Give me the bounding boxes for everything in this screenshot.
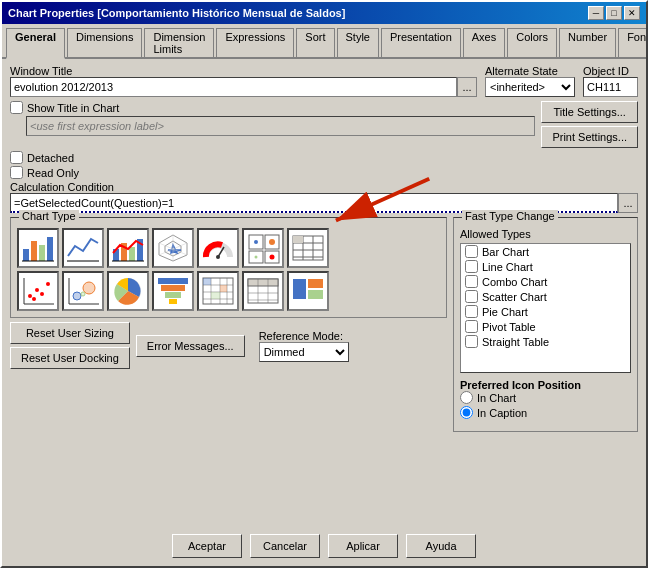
svg-point-38	[40, 292, 44, 296]
first-expression-input[interactable]	[26, 116, 535, 136]
reference-mode-label: Reference Mode:	[259, 330, 343, 342]
tab-dimension-limits[interactable]: Dimension Limits	[144, 28, 214, 57]
print-settings-button[interactable]: Print Settings...	[541, 126, 638, 148]
line-chart-label: Line Chart	[482, 261, 533, 273]
calc-condition-browse-btn[interactable]: ...	[618, 193, 638, 213]
fast-type-title: Fast Type Change	[462, 210, 558, 222]
svg-rect-48	[161, 285, 185, 291]
straight-table-checkbox[interactable]	[465, 335, 478, 348]
reset-docking-button[interactable]: Reset User Docking	[10, 347, 130, 369]
bar-chart-icon[interactable]	[17, 228, 59, 268]
list-item: Line Chart	[461, 259, 630, 274]
window-title-browse-btn[interactable]: ...	[457, 77, 477, 97]
reference-mode-select[interactable]: Dimmed	[259, 342, 349, 362]
chart-type-group: Chart Type	[10, 217, 447, 318]
straight-table-label: Straight Table	[482, 336, 549, 348]
object-id-label: Object ID	[583, 65, 634, 77]
pivot-table-checkbox[interactable]	[465, 320, 478, 333]
detached-checkbox[interactable]	[10, 151, 23, 164]
cancelar-button[interactable]: Cancelar	[250, 534, 320, 558]
scatter-chart-icon[interactable]	[17, 271, 59, 311]
in-caption-radio[interactable]	[460, 406, 473, 419]
detached-label: Detached	[27, 152, 74, 164]
combo-chart-label: Combo Chart	[482, 276, 547, 288]
tab-general[interactable]: General	[6, 28, 65, 59]
close-button[interactable]: ✕	[624, 6, 640, 20]
tab-style[interactable]: Style	[337, 28, 379, 57]
line-chart-checkbox[interactable]	[465, 260, 478, 273]
tab-number[interactable]: Number	[559, 28, 616, 57]
window-title-input[interactable]	[10, 77, 457, 97]
pivot-table-icon[interactable]	[287, 228, 329, 268]
main-window: Chart Properties [Comportamiento Históri…	[0, 0, 648, 568]
pie-chart-icon[interactable]	[107, 271, 149, 311]
bar-chart-label: Bar Chart	[482, 246, 529, 258]
scatter-chart-label: Scatter Chart	[482, 291, 547, 303]
svg-point-25	[255, 256, 258, 259]
content-area: Window Title ... Alternate State <inheri…	[2, 59, 646, 438]
svg-rect-33	[293, 236, 303, 243]
svg-rect-8	[129, 247, 135, 261]
bubble-chart-icon[interactable]	[62, 271, 104, 311]
in-chart-row: In Chart	[460, 391, 631, 404]
svg-point-45	[81, 292, 85, 296]
svg-point-24	[269, 239, 275, 245]
preferred-icon-section: Preferred Icon Position In Chart In Capt…	[460, 379, 631, 419]
scatter-chart-checkbox[interactable]	[465, 290, 478, 303]
tab-presentation[interactable]: Presentation	[381, 28, 461, 57]
error-messages-button[interactable]: Error Messages...	[136, 335, 245, 357]
alternate-state-select[interactable]: <inherited>	[485, 77, 575, 97]
svg-point-43	[73, 292, 81, 300]
combo-chart-checkbox[interactable]	[465, 275, 478, 288]
pie-chart-checkbox[interactable]	[465, 305, 478, 318]
reset-sizing-button[interactable]: Reset User Sizing	[10, 322, 130, 344]
read-only-row: Read Only	[10, 166, 638, 179]
window-title: Chart Properties [Comportamiento Históri…	[8, 7, 345, 19]
straight-table-icon[interactable]	[242, 271, 284, 311]
svg-point-36	[28, 294, 32, 298]
aceptar-button[interactable]: Aceptar	[172, 534, 242, 558]
bar-chart-checkbox[interactable]	[465, 245, 478, 258]
svg-rect-1	[31, 241, 37, 261]
window-controls: ─ □ ✕	[588, 6, 640, 20]
ayuda-button[interactable]: Ayuda	[406, 534, 476, 558]
preferred-icon-label: Preferred Icon Position	[460, 379, 581, 391]
maximize-button[interactable]: □	[606, 6, 622, 20]
list-item: Pivot Table	[461, 319, 630, 334]
svg-rect-3	[47, 237, 53, 261]
combo-chart-icon[interactable]	[107, 228, 149, 268]
line-chart-icon[interactable]	[62, 228, 104, 268]
svg-rect-69	[308, 290, 323, 299]
tab-expressions[interactable]: Expressions	[216, 28, 294, 57]
block-chart-icon[interactable]	[287, 271, 329, 311]
tab-colors[interactable]: Colors	[507, 28, 557, 57]
list-item: Scatter Chart	[461, 289, 630, 304]
title-settings-button[interactable]: Title Settings...	[541, 101, 638, 123]
in-chart-radio[interactable]	[460, 391, 473, 404]
svg-point-40	[32, 297, 36, 301]
calc-condition-label: Calculation Condition	[10, 181, 114, 193]
aplicar-button[interactable]: Aplicar	[328, 534, 398, 558]
tab-sort[interactable]: Sort	[296, 28, 334, 57]
object-id-input[interactable]	[583, 77, 638, 97]
read-only-checkbox[interactable]	[10, 166, 23, 179]
allowed-types-list[interactable]: Bar Chart Line Chart Combo Chart Scatter…	[460, 243, 631, 373]
tab-dimensions[interactable]: Dimensions	[67, 28, 142, 57]
minimize-button[interactable]: ─	[588, 6, 604, 20]
show-title-checkbox[interactable]	[10, 101, 23, 114]
in-caption-label: In Caption	[477, 407, 527, 419]
radar-chart-icon[interactable]	[152, 228, 194, 268]
window-title-label: Window Title	[10, 65, 473, 77]
svg-rect-59	[220, 285, 227, 292]
scatter-plot-icon[interactable]	[242, 228, 284, 268]
funnel-chart-icon[interactable]	[152, 271, 194, 311]
svg-point-39	[46, 282, 50, 286]
gauge-chart-icon[interactable]	[197, 228, 239, 268]
main-lower-layout: Chart Type	[10, 217, 638, 432]
grid-chart-icon[interactable]	[197, 271, 239, 311]
svg-rect-50	[169, 299, 177, 304]
tab-axes[interactable]: Axes	[463, 28, 505, 57]
svg-point-37	[35, 288, 39, 292]
tab-font[interactable]: Font	[618, 28, 648, 57]
svg-rect-58	[203, 278, 211, 285]
